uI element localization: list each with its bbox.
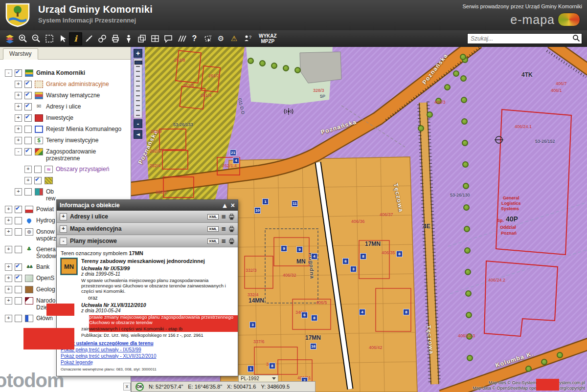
user-help-icon[interactable]: ? xyxy=(241,32,254,45)
expander-icon[interactable]: + xyxy=(5,246,12,253)
layer-checkbox[interactable] xyxy=(24,103,32,110)
layer-checkbox[interactable] xyxy=(34,166,42,173)
address-marker[interactable]: 8 xyxy=(269,363,275,369)
expander-icon[interactable]: + xyxy=(5,228,12,236)
print-icon[interactable] xyxy=(228,214,235,220)
address-marker[interactable]: 3 xyxy=(249,322,256,328)
expander-icon[interactable]: + xyxy=(15,92,22,99)
print-icon[interactable] xyxy=(228,238,235,244)
layer-row-tematyczne[interactable]: +Warstwy tematyczne xyxy=(0,90,131,101)
coordbar-close-icon[interactable]: x xyxy=(123,383,131,391)
address-marker[interactable]: 8 xyxy=(396,251,403,257)
layer-checkbox[interactable] xyxy=(24,92,32,99)
expander-icon[interactable]: + xyxy=(24,177,32,184)
expander-icon[interactable]: + xyxy=(5,263,12,271)
address-marker[interactable]: 6 xyxy=(342,258,349,264)
layer-row-gmina[interactable]: -Gmina Komorniki xyxy=(0,67,131,79)
address-marker[interactable]: 6 xyxy=(301,312,308,318)
layer-checkbox[interactable] xyxy=(34,177,42,184)
street-view-icon[interactable] xyxy=(122,32,135,45)
address-marker[interactable]: 9 xyxy=(296,246,303,253)
zoom-slider-handle[interactable] xyxy=(135,61,142,65)
section-plany[interactable]: - Plany miejscowe XML ≡ xyxy=(57,235,238,247)
section-expander-icon[interactable]: + xyxy=(60,213,67,220)
layer-row-granice[interactable]: +Granice administracyjne xyxy=(0,79,131,90)
list-icon[interactable]: ≡ xyxy=(221,238,226,244)
xml-icon[interactable]: XML xyxy=(207,239,219,244)
link-uchwala-2[interactable]: Pokaż pełną treść uchwały - XLVII/312/20… xyxy=(61,353,234,359)
address-marker[interactable]: 8 xyxy=(311,315,317,321)
zoom-extent-icon[interactable] xyxy=(43,32,56,45)
crs-select[interactable]: PL-1992 xyxy=(238,375,278,382)
link-icon[interactable] xyxy=(95,32,109,45)
layers-icon[interactable] xyxy=(3,32,16,45)
address-marker[interactable]: 8 xyxy=(403,309,409,315)
xml-icon[interactable]: XML xyxy=(207,214,219,219)
address-marker[interactable]: 16 xyxy=(310,343,316,349)
layer-checkbox[interactable] xyxy=(15,275,22,282)
expander-icon[interactable]: + xyxy=(15,126,22,133)
profile-lines-icon[interactable] xyxy=(175,32,188,45)
layer-row-obszary[interactable]: +Obszary przystąpień xyxy=(0,164,131,175)
expander-icon[interactable]: + xyxy=(15,114,22,122)
xml-icon[interactable]: XML xyxy=(207,226,219,232)
layer-checkbox[interactable] xyxy=(24,137,32,144)
expander-icon[interactable]: + xyxy=(5,217,12,224)
wykaz-mpzp-button[interactable]: WYKAZ MPZP xyxy=(259,33,277,44)
section-expander-icon[interactable]: - xyxy=(60,238,67,245)
zoom-out-button[interactable]: - xyxy=(134,119,142,128)
section-adresy[interactable]: + Adresy i ulice XML ≡ xyxy=(57,211,238,223)
transparency-icon[interactable] xyxy=(135,32,148,45)
layer-checkbox[interactable] xyxy=(15,228,22,236)
section-expander-icon[interactable]: + xyxy=(60,225,67,233)
layer-checkbox[interactable] xyxy=(15,217,22,224)
address-marker[interactable]: 4 xyxy=(311,253,317,260)
expander-icon[interactable]: + xyxy=(5,315,12,322)
expander-icon[interactable]: + xyxy=(5,206,12,213)
ok-button[interactable]: OK xyxy=(135,383,144,391)
layer-row-adresy[interactable]: +Adresy i ulice xyxy=(0,101,131,112)
zoom-out-icon[interactable] xyxy=(29,32,43,45)
identify-icon[interactable]: i xyxy=(69,32,82,45)
expander-icon[interactable]: + xyxy=(5,286,12,293)
split-view-icon[interactable] xyxy=(148,32,161,45)
layer-row-tereny[interactable]: +Tereny inwestycyjne xyxy=(0,135,131,146)
layer-checkbox[interactable] xyxy=(24,81,32,88)
layer-checkbox[interactable] xyxy=(24,114,32,122)
expander-icon[interactable]: + xyxy=(15,103,22,110)
search-icon[interactable] xyxy=(572,34,580,42)
layer-checkbox[interactable] xyxy=(24,188,32,196)
help-icon[interactable]: ? xyxy=(188,32,201,45)
zoom-in-icon[interactable] xyxy=(16,32,29,45)
list-icon[interactable]: ≡ xyxy=(221,225,226,232)
list-icon[interactable]: ≡ xyxy=(221,213,226,220)
section-ewidencyjna[interactable]: + Mapa ewidencyjna XML ≡ xyxy=(57,223,238,235)
select-area-icon[interactable] xyxy=(201,32,214,45)
measure-icon[interactable] xyxy=(82,32,95,45)
layer-checkbox[interactable] xyxy=(15,206,22,213)
tab-warstwy[interactable]: Warstwy xyxy=(3,48,38,60)
expander-icon[interactable]: + xyxy=(24,166,32,173)
address-marker[interactable]: 3 xyxy=(350,266,357,272)
layer-row-inwestycje[interactable]: +Inwestycje xyxy=(0,112,131,124)
layer-checkbox[interactable] xyxy=(15,315,22,322)
address-marker[interactable]: 4 xyxy=(359,309,365,315)
address-marker[interactable]: 4 xyxy=(233,157,239,164)
search-input[interactable] xyxy=(467,33,582,44)
address-marker[interactable]: 11 xyxy=(292,200,298,207)
layer-checkbox[interactable] xyxy=(15,263,22,271)
expander-icon[interactable]: + xyxy=(5,275,12,282)
cursor-icon[interactable] xyxy=(56,32,69,45)
expander-icon[interactable]: - xyxy=(15,148,22,155)
expander-icon[interactable]: + xyxy=(5,297,12,305)
address-marker[interactable]: 1 xyxy=(262,198,269,205)
link-legenda[interactable]: Pokaż legendę xyxy=(61,360,234,365)
address-marker[interactable]: 10 xyxy=(254,207,261,214)
expander-icon[interactable]: + xyxy=(15,188,22,196)
address-marker[interactable]: 21 xyxy=(230,150,236,156)
layer-checkbox[interactable] xyxy=(15,69,22,77)
layer-row-zagospodarowanie[interactable]: -Zagospodarowanie przestrzenne xyxy=(0,146,131,164)
print-icon[interactable] xyxy=(228,226,235,232)
feedback-icon[interactable] xyxy=(161,32,175,45)
collapse-panel-button[interactable]: ◄ xyxy=(134,130,142,139)
